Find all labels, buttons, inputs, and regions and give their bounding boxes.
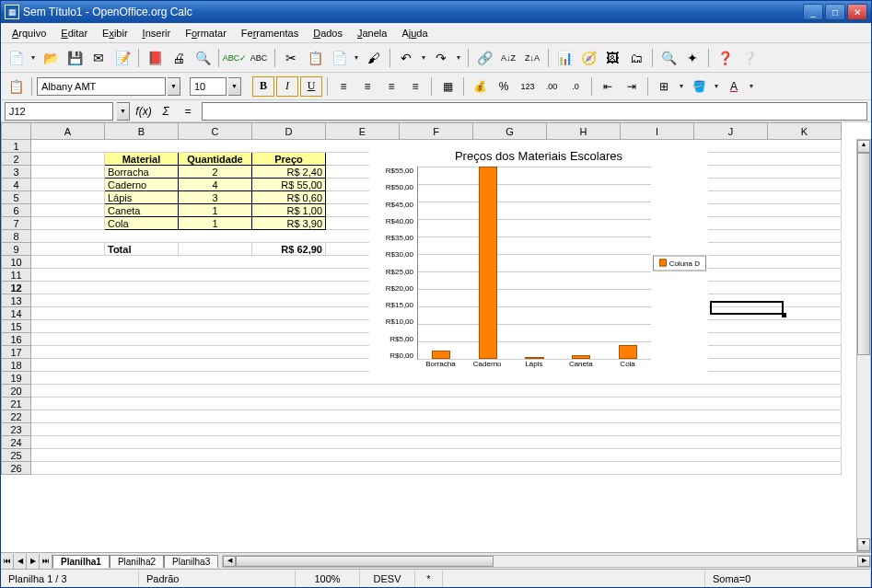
font-size-dropdown[interactable]: ▼ — [228, 77, 241, 96]
hyperlink-icon[interactable]: 🔗 — [473, 47, 495, 69]
new-dropdown[interactable]: ▼ — [29, 47, 38, 69]
sum-icon[interactable]: Σ — [156, 102, 176, 121]
tab-next-button[interactable]: ▶ — [27, 554, 40, 569]
col-header-G[interactable]: G — [473, 123, 547, 140]
cell-D7[interactable]: R$ 3,90 — [252, 217, 326, 230]
menu-dados[interactable]: Dados — [306, 26, 350, 40]
cell-B6[interactable]: Caneta — [105, 204, 179, 217]
sort-desc-icon[interactable]: Z↓A — [521, 47, 543, 69]
menu-ferramentas[interactable]: Ferramentas — [234, 26, 306, 40]
col-header-H[interactable]: H — [547, 123, 621, 140]
bgcolor-icon[interactable]: 🪣 — [688, 76, 710, 97]
menu-formatar[interactable]: Formatar — [178, 26, 234, 40]
help-icon[interactable]: ❓ — [714, 47, 736, 69]
col-header-E[interactable]: E — [326, 123, 400, 140]
whatsthis-icon[interactable]: ❔ — [738, 47, 760, 69]
cell-D6[interactable]: R$ 1,00 — [252, 204, 326, 217]
scroll-up-button[interactable]: ▲ — [857, 140, 870, 153]
embedded-chart[interactable]: Preços dos Materiais Escolares R$55,00R$… — [369, 145, 708, 380]
row-header-18[interactable]: 18 — [2, 359, 31, 372]
menu-editar[interactable]: Editar — [53, 26, 95, 40]
dec-indent-icon[interactable]: ⇤ — [597, 76, 619, 97]
cell-B2[interactable]: Material — [105, 153, 179, 166]
row-header-5[interactable]: 5 — [2, 191, 31, 204]
print-icon[interactable]: 🖨 — [168, 47, 190, 69]
row-header-15[interactable]: 15 — [2, 320, 31, 333]
cell-C6[interactable]: 1 — [179, 204, 252, 217]
row-header-22[interactable]: 22 — [2, 410, 31, 423]
sheet-tab-1[interactable]: Planilha1 — [52, 555, 110, 568]
email-icon[interactable]: ✉ — [87, 47, 110, 69]
scroll-down-button[interactable]: ▼ — [857, 538, 870, 551]
cell-D2[interactable]: Preço — [252, 153, 326, 166]
pdf-icon[interactable]: 📕 — [144, 47, 166, 69]
row-header-4[interactable]: 4 — [2, 179, 31, 191]
cell-D5[interactable]: R$ 0,60 — [252, 191, 326, 204]
align-left-icon[interactable]: ≡ — [332, 76, 355, 97]
gallery-icon[interactable]: 🖼 — [601, 47, 623, 69]
edit-icon[interactable]: 📝 — [111, 47, 134, 69]
menu-inserir[interactable]: Inserir — [135, 26, 179, 40]
row-header-13[interactable]: 13 — [2, 294, 31, 307]
cell-C5[interactable]: 3 — [179, 191, 252, 204]
row-header-14[interactable]: 14 — [2, 307, 31, 320]
row-header-7[interactable]: 7 — [2, 217, 31, 230]
sheet-tab-2[interactable]: Planilha2 — [110, 555, 164, 568]
preview-icon[interactable]: 🔍 — [192, 47, 214, 69]
sheet-tab-3[interactable]: Planilha3 — [164, 555, 218, 568]
cell-B5[interactable]: Lápis — [105, 191, 179, 204]
col-header-J[interactable]: J — [694, 123, 768, 140]
hscroll-thumb[interactable] — [236, 556, 494, 567]
row-header-21[interactable]: 21 — [2, 398, 31, 410]
formatbrush-icon[interactable]: 🖌 — [363, 47, 385, 69]
col-header-F[interactable]: F — [400, 123, 473, 140]
inc-indent-icon[interactable]: ⇥ — [621, 76, 643, 97]
align-justify-icon[interactable]: ≡ — [404, 76, 426, 97]
cell-B9[interactable]: Total — [105, 243, 179, 256]
function-wizard-icon[interactable]: f(x) — [134, 102, 154, 121]
row-header-2[interactable]: 2 — [2, 153, 31, 166]
styles-icon[interactable]: 📋 — [5, 75, 27, 98]
col-header-C[interactable]: C — [179, 123, 252, 140]
copy-icon[interactable]: 📋 — [304, 47, 326, 69]
menu-ajuda[interactable]: Ajuda — [394, 26, 435, 40]
redo-icon[interactable]: ↷ — [430, 47, 452, 69]
spellcheck-icon[interactable]: ABC✓ — [224, 47, 246, 69]
remove-decimal-icon[interactable]: .0 — [564, 76, 587, 97]
equals-icon[interactable]: = — [178, 102, 198, 121]
row-header-20[interactable]: 20 — [2, 385, 31, 398]
chart-icon[interactable]: 📊 — [553, 47, 576, 69]
formula-input[interactable] — [202, 102, 867, 121]
bold-button[interactable]: B — [252, 76, 274, 97]
new-icon[interactable]: 📄 — [5, 47, 27, 69]
row-header-11[interactable]: 11 — [2, 269, 31, 282]
merge-icon[interactable]: ▦ — [436, 76, 459, 97]
cell-D9[interactable]: R$ 62,90 — [252, 243, 326, 256]
paste-dropdown[interactable]: ▼ — [352, 47, 361, 69]
row-header-12[interactable]: 12 — [2, 282, 31, 294]
menu-janela[interactable]: Janela — [350, 26, 394, 40]
col-header-K[interactable]: K — [768, 123, 842, 140]
row-header-23[interactable]: 23 — [2, 423, 31, 436]
tab-last-button[interactable]: ⏭ — [40, 554, 52, 569]
sheet-area[interactable]: A B C D E F G H I J K 1 2 Material Quant… — [1, 122, 871, 552]
row-header-17[interactable]: 17 — [2, 346, 31, 359]
undo-icon[interactable]: ↶ — [395, 47, 417, 69]
menu-exibir[interactable]: Exibir — [95, 26, 135, 40]
cellref-dropdown[interactable]: ▼ — [117, 102, 130, 121]
tab-prev-button[interactable]: ◀ — [14, 554, 27, 569]
row-header-3[interactable]: 3 — [2, 166, 31, 179]
row-header-19[interactable]: 19 — [2, 372, 31, 385]
sort-asc-icon[interactable]: A↓Z — [497, 47, 519, 69]
zoom-icon[interactable]: 🔍 — [657, 47, 680, 69]
cell-C7[interactable]: 1 — [179, 217, 252, 230]
row-header-24[interactable]: 24 — [2, 436, 31, 449]
borders-icon[interactable]: ⊞ — [653, 76, 675, 97]
align-right-icon[interactable]: ≡ — [380, 76, 402, 97]
cell-reference-input[interactable]: J12 — [5, 102, 113, 121]
maximize-button[interactable]: □ — [825, 4, 845, 20]
vertical-scrollbar[interactable]: ▲ ▼ — [856, 139, 871, 552]
row-header-16[interactable]: 16 — [2, 333, 31, 346]
select-all-corner[interactable] — [2, 123, 31, 140]
align-center-icon[interactable]: ≡ — [356, 76, 378, 97]
